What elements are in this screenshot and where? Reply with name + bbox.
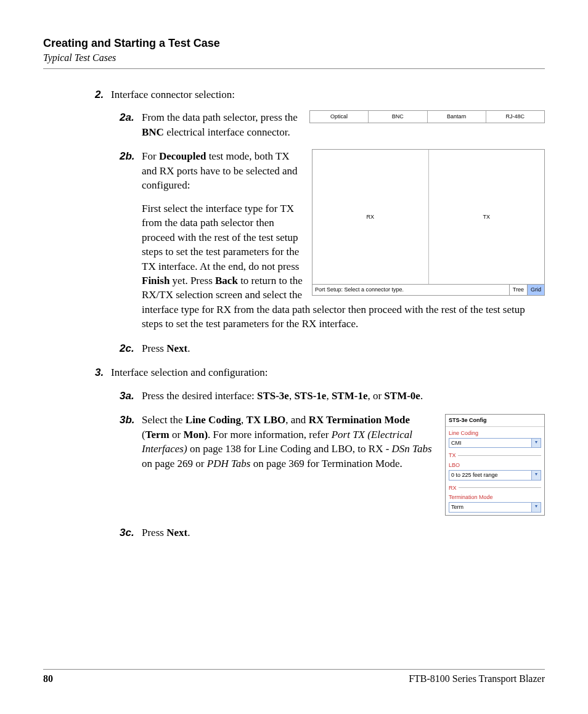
step-2-number: 2. (95, 87, 104, 102)
substep-3b-c8: on page 369 for Termination Mode. (250, 458, 402, 469)
line-coding-select[interactable]: CMI ▾ (449, 438, 541, 448)
substep-3a-t1: Press the desired interface: (142, 390, 257, 402)
substep-3c-t1: Press (142, 527, 166, 538)
tx-fieldset: TX LBO 0 to 225 feet range ▾ (449, 452, 541, 480)
connector-rj48c[interactable]: RJ-48C (486, 111, 544, 122)
substep-3a: 3a. Press the desired interface: STS-3e,… (142, 389, 545, 403)
substep-3b-dsntabs: DSn Tabs (392, 443, 432, 455)
substep-2b-number: 2b. (120, 149, 135, 163)
substep-3b-c1: , (241, 414, 247, 426)
substep-2b-back: Back (215, 275, 238, 286)
rx-pane[interactable]: RX (312, 150, 429, 284)
connector-bantam[interactable]: Bantam (428, 111, 486, 122)
line-coding-label: Line Coding (449, 429, 541, 437)
substep-3b-c6: on page 138 for Line Coding and LBO, to … (187, 443, 392, 455)
substep-2a-text1: From the data path selector, press the (142, 112, 298, 123)
substep-3a-stm1e: STM-1e (332, 390, 368, 402)
step-3: 3. Interface selection and configuration… (111, 365, 545, 540)
step-3-substeps: 3a. Press the desired interface: STS-3e,… (142, 389, 545, 540)
substep-2b-t1: For (142, 150, 159, 162)
substep-3c-number: 3c. (120, 525, 134, 540)
substep-3a-sts1e: STS-1e (294, 390, 326, 402)
section-subtitle: Typical Test Cases (43, 52, 545, 63)
substep-3a-c2: , (326, 390, 332, 402)
termination-mode-select[interactable]: Term ▾ (449, 502, 541, 512)
substep-3c: 3c. Press Next. (142, 525, 545, 540)
connector-optical[interactable]: Optical (310, 111, 369, 122)
substep-2a-text2: electrical interface connector. (164, 126, 290, 138)
substep-3b-linecoding: Line Coding (186, 414, 241, 426)
substep-3b-txlbo: TX LBO (247, 414, 286, 426)
substep-3a-number: 3a. (120, 389, 134, 403)
body-content: 2. Interface connector selection: 2a. Op… (43, 87, 545, 540)
substep-2c-t2: . (187, 343, 190, 354)
substep-3b-c7: on page 269 or (142, 458, 207, 469)
termination-mode-label: Termination Mode (449, 493, 541, 501)
substep-2b-decoupled: Decoupled (159, 150, 206, 162)
substep-3a-c3: , or (367, 390, 384, 402)
substep-3a-sts3e: STS-3e (257, 390, 289, 402)
page-footer: 80 FTB-8100 Series Transport Blazer (43, 669, 545, 684)
substep-3b-number: 3b. (120, 413, 135, 427)
step-3-number: 3. (95, 365, 104, 379)
line-coding-value: CMI (449, 439, 531, 447)
connector-bnc[interactable]: BNC (369, 111, 427, 122)
tx-pane[interactable]: TX (429, 150, 545, 284)
rx-legend: RX (449, 484, 459, 492)
step-2-text: Interface connector selection: (111, 89, 235, 100)
chevron-down-icon: ▾ (531, 503, 541, 511)
substep-2b: 2b. RX TX Port Setup: Select a connector… (142, 149, 545, 331)
page-number: 80 (43, 673, 53, 684)
tx-label: TX (483, 213, 490, 221)
rx-fieldset: RX Termination Mode Term ▾ (449, 484, 541, 513)
figure-rx-tx-panel: RX TX Port Setup: Select a connector typ… (312, 149, 545, 295)
substep-3b-c5: . For more information, refer (208, 429, 332, 440)
substep-3c-next: Next (166, 527, 187, 538)
substep-2b-finish: Finish (142, 275, 169, 286)
chapter-title: Creating and Starting a Test Case (43, 37, 545, 50)
chevron-down-icon: ▾ (531, 439, 541, 447)
substep-2c: 2c. Press Next. (142, 341, 545, 355)
substep-2c-t1: Press (142, 343, 166, 354)
grid-view-button[interactable]: Grid (527, 285, 544, 294)
lbo-value: 0 to 225 feet range (449, 471, 531, 479)
substep-3b-pdhtabs: PDH Tabs (207, 458, 251, 469)
substep-3b-t1: Select the (142, 414, 186, 426)
termination-mode-value: Term (449, 503, 531, 511)
substep-3a-c4: . (420, 390, 423, 402)
lbo-label: LBO (449, 461, 541, 469)
header-rule (43, 68, 545, 69)
chevron-down-icon: ▾ (531, 471, 541, 479)
rx-label: RX (366, 213, 374, 221)
substep-3b-mon: Mon) (183, 429, 208, 440)
tx-legend: TX (449, 452, 458, 459)
figure-connector-row: Optical BNC Bantam RJ-48C (309, 110, 545, 123)
substep-2a-bnc: BNC (142, 126, 164, 138)
substep-2c-number: 2c. (120, 341, 134, 355)
substep-3a-stm0e: STM-0e (384, 390, 420, 402)
substep-2c-next: Next (166, 343, 187, 354)
substep-3b: 3b. STS-3e Config Line Coding CMI ▾ TX L… (142, 413, 545, 516)
lbo-select[interactable]: 0 to 225 feet range ▾ (449, 470, 541, 480)
step-3-text: Interface selection and configuration: (111, 367, 267, 378)
figure-config-panel: STS-3e Config Line Coding CMI ▾ TX LBO 0… (445, 414, 545, 516)
book-title: FTB-8100 Series Transport Blazer (409, 673, 545, 684)
step-2-substeps: 2a. Optical BNC Bantam RJ-48C From the d… (142, 110, 545, 355)
substep-3b-c4: or (169, 429, 184, 440)
substep-3b-c2: , and (285, 414, 308, 426)
substep-3b-rxterm: RX Termination Mode (309, 414, 410, 426)
config-title: STS-3e Config (446, 415, 544, 426)
step-2: 2. Interface connector selection: 2a. Op… (111, 87, 545, 355)
substep-3b-term: Term (145, 429, 169, 440)
substep-3c-t2: . (187, 527, 190, 538)
tree-view-button[interactable]: Tree (509, 285, 527, 294)
status-message: Port Setup: Select a connector type. (312, 285, 509, 294)
substep-2a-number: 2a. (120, 110, 134, 124)
substep-2b-p2c: yet. Press (169, 275, 215, 286)
substep-2a: 2a. Optical BNC Bantam RJ-48C From the d… (142, 110, 545, 139)
